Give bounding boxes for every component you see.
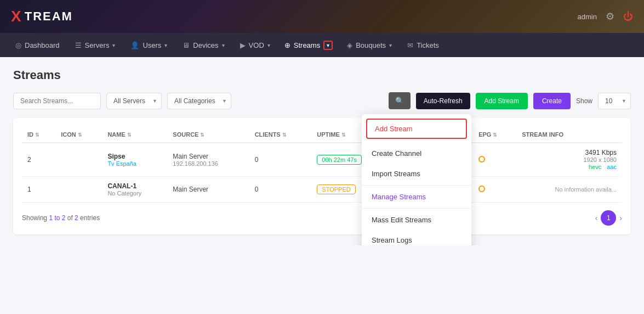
nav-servers[interactable]: ☰ Servers ▾ <box>69 38 122 53</box>
admin-label: admin <box>578 13 597 21</box>
show-select[interactable]: 10 <box>598 93 631 109</box>
nav-bouquets-label: Bouquets <box>356 41 386 49</box>
clients-sort-icon[interactable]: ⇅ <box>282 132 287 138</box>
categories-select-wrapper: All Categories <box>167 93 231 109</box>
nav-tickets[interactable]: ✉ Tickets <box>401 38 446 53</box>
dropdown-divider-2 <box>362 208 471 209</box>
bouquets-chevron: ▾ <box>389 42 392 48</box>
servers-select[interactable]: All Servers <box>106 93 162 109</box>
nav-tickets-label: Tickets <box>417 41 439 49</box>
row1-id: 2 <box>22 143 55 177</box>
row1-clients: 0 <box>249 143 312 177</box>
row2-stream-sub: No Category <box>107 190 162 197</box>
header: X TREAM admin ⚙ ⏻ <box>0 0 644 33</box>
row1-epg-dot <box>478 156 485 162</box>
vod-chevron: ▾ <box>267 42 270 48</box>
table-header-row: ID ⇅ ICON ⇅ NAME ⇅ SOURCE ⇅ CLIENTS ⇅ UP… <box>22 127 622 143</box>
nav-dashboard-label: Dashboard <box>25 41 60 49</box>
next-page-button[interactable]: › <box>619 214 622 222</box>
row2-icon <box>55 177 102 203</box>
servers-select-wrapper: All Servers <box>106 93 162 109</box>
create-button[interactable]: Create <box>533 93 571 109</box>
streams-chevron-box[interactable]: ▾ <box>323 41 333 50</box>
dropdown-manage-streams[interactable]: Manage Streams <box>362 187 471 207</box>
row2-name-cell: CANAL-1 No Category <box>102 177 167 203</box>
users-chevron: ▾ <box>164 42 167 48</box>
categories-select[interactable]: All Categories <box>167 93 231 109</box>
nav-users[interactable]: 👤 Users ▾ <box>124 38 174 53</box>
row2-epg-dot <box>478 186 485 192</box>
col-stream-info: STREAM INFO <box>516 127 622 143</box>
vod-icon: ▶ <box>240 41 246 49</box>
nav-dashboard[interactable]: ◎ Dashboard <box>9 38 66 53</box>
col-icon: ICON ⇅ <box>55 127 102 143</box>
row1-uptime-badge: 00h 22m 47s <box>317 155 362 165</box>
search-input[interactable] <box>13 93 101 109</box>
col-clients: CLIENTS ⇅ <box>249 127 312 143</box>
prev-page-button[interactable]: ‹ <box>595 214 598 222</box>
row1-stream-sub: Tv España <box>107 160 162 167</box>
dropdown-mass-edit-streams[interactable]: Mass Edit Streams <box>362 210 471 230</box>
nav-vod[interactable]: ▶ VOD ▾ <box>233 38 277 53</box>
dropdown-create-channel[interactable]: Create Channel <box>362 143 471 164</box>
header-right: admin ⚙ ⏻ <box>578 10 633 23</box>
col-epg: EPG ⇅ <box>473 127 516 143</box>
row1-stream-info: 3491 Kbps 1920 x 1080 hevc aac <box>516 143 622 177</box>
auto-refresh-button[interactable]: Auto-Refresh <box>416 93 470 109</box>
row2-source-name: Main Server <box>173 186 243 193</box>
icon-sort-icon[interactable]: ⇅ <box>78 132 82 138</box>
bouquets-icon: ◈ <box>347 41 352 49</box>
dropdown-add-stream[interactable]: Add Stream <box>366 119 467 139</box>
nav-users-label: Users <box>143 41 161 49</box>
servers-chevron: ▾ <box>112 42 115 48</box>
showing-text: Showing 1 to 2 of 2 entries <box>22 214 100 222</box>
dropdown-stream-logs[interactable]: Stream Logs <box>362 230 471 245</box>
row1-icon <box>55 143 102 177</box>
add-stream-button[interactable]: Add Stream <box>476 93 528 109</box>
nav-streams[interactable]: ⊕ Streams ▾ <box>279 37 338 53</box>
name-sort-icon[interactable]: ⇅ <box>127 132 132 138</box>
row2-epg <box>473 177 516 203</box>
total-link[interactable]: 2 <box>75 214 78 222</box>
col-source: SOURCE ⇅ <box>167 127 249 143</box>
pagination-row: Showing 1 to 2 of 2 entries ‹ 1 › <box>22 210 622 226</box>
row1-source: Main Server 192.168.200.136 <box>167 143 249 177</box>
pagination: ‹ 1 › <box>595 210 622 226</box>
devices-icon: 🖥 <box>183 41 190 49</box>
table-row: 2 Sipse Tv España Main Server 192.168.20… <box>22 143 622 177</box>
row1-name-cell: Sipse Tv España <box>102 143 167 177</box>
search-button[interactable]: 🔍 <box>389 92 411 109</box>
epg-sort-icon[interactable]: ⇅ <box>493 132 497 138</box>
row2-stream-name: CANAL-1 <box>107 182 162 190</box>
dropdown-divider-1 <box>362 185 471 186</box>
row1-resolution: 1920 x 1080 <box>522 156 617 163</box>
row1-stream-name: Sipse <box>107 153 162 160</box>
row2-id: 1 <box>22 177 55 203</box>
show-select-wrapper: 10 <box>598 93 631 109</box>
dropdown-import-streams[interactable]: Import Streams <box>362 164 471 184</box>
source-sort-icon[interactable]: ⇅ <box>200 132 204 138</box>
nav-devices[interactable]: 🖥 Devices ▾ <box>176 38 231 53</box>
row2-stream-info: No information availa... <box>516 177 622 203</box>
table-container: ID ⇅ ICON ⇅ NAME ⇅ SOURCE ⇅ CLIENTS ⇅ UP… <box>13 118 631 234</box>
tickets-icon: ✉ <box>407 41 413 49</box>
logo: X TREAM <box>11 8 73 25</box>
row1-source-ip: 192.168.200.136 <box>173 160 243 167</box>
id-sort-icon[interactable]: ⇅ <box>35 132 39 138</box>
settings-icon[interactable]: ⚙ <box>606 10 614 23</box>
page-1-button[interactable]: 1 <box>601 210 616 226</box>
nav-streams-label: Streams <box>294 41 320 49</box>
toolbar: All Servers All Categories 🔍 Auto-Refres… <box>13 92 631 109</box>
dashboard-icon: ◎ <box>15 41 21 49</box>
uptime-sort-icon[interactable]: ⇅ <box>341 132 346 138</box>
servers-icon: ☰ <box>75 41 82 49</box>
devices-chevron: ▾ <box>222 42 225 48</box>
streams-dropdown-menu: Add Stream Create Channel Import Streams… <box>362 114 471 245</box>
logo-x: X <box>11 8 22 25</box>
nav-bouquets[interactable]: ◈ Bouquets ▾ <box>340 38 398 53</box>
table-row: 1 CANAL-1 No Category Main Server 0 STOP… <box>22 177 622 203</box>
page-range-link[interactable]: 1 to 2 <box>49 214 65 222</box>
nav-devices-label: Devices <box>193 41 218 49</box>
power-icon[interactable]: ⏻ <box>623 11 633 23</box>
row1-source-name: Main Server <box>173 153 243 160</box>
